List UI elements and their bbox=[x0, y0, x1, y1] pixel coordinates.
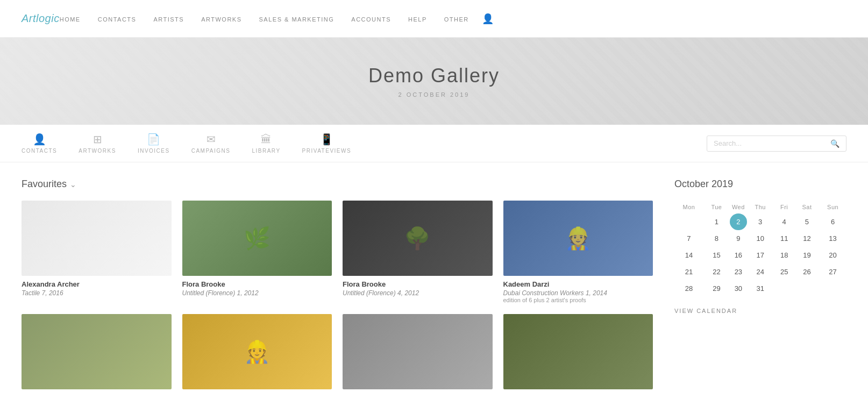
nav-item-other[interactable]: OTHER bbox=[444, 14, 469, 24]
calendar-day[interactable]: 17 bbox=[747, 247, 774, 263]
artwork-image bbox=[503, 314, 653, 389]
nav-link-sales[interactable]: SALES & MARKETING bbox=[259, 16, 335, 23]
contacts-label: CONTACTS bbox=[22, 148, 57, 154]
calendar-day bbox=[774, 280, 795, 297]
view-calendar-link[interactable]: VIEW CALENDAR bbox=[674, 308, 737, 314]
search-icon: 🔍 bbox=[830, 139, 839, 148]
artworks-label: ARTWORKS bbox=[79, 148, 116, 154]
sub-nav-item-invoices[interactable]: 📄 INVOICES bbox=[138, 133, 170, 154]
artwork-grid-2 bbox=[22, 314, 653, 394]
calendar-day[interactable]: 3 bbox=[747, 213, 774, 230]
calendar-day[interactable]: 20 bbox=[819, 247, 846, 263]
calendar-day bbox=[819, 280, 846, 297]
artwork-artist: Alexandra Archer bbox=[22, 280, 172, 288]
calendar-day[interactable]: 27 bbox=[819, 263, 846, 280]
calendar-day[interactable]: 7 bbox=[674, 230, 703, 247]
nav-link-help[interactable]: HELP bbox=[408, 16, 427, 23]
nav-item-contacts[interactable]: CONTACTS bbox=[98, 14, 137, 24]
calendar-day[interactable]: 19 bbox=[795, 247, 819, 263]
artwork-artist: Flora Brooke bbox=[182, 280, 332, 288]
calendar-day bbox=[795, 280, 819, 297]
calendar-day[interactable]: 31 bbox=[747, 280, 774, 297]
artwork-title: Untitled (Florence) 4, 2012 bbox=[343, 289, 493, 297]
calendar-day[interactable]: 28 bbox=[674, 280, 703, 297]
calendar-day[interactable]: 13 bbox=[819, 230, 846, 247]
library-label: LIBRARY bbox=[252, 148, 280, 154]
artwork-card[interactable]: Alexandra Archer Tactile 7, 2016 bbox=[22, 201, 172, 303]
nav-item-artworks[interactable]: ARTWORKS bbox=[201, 14, 241, 24]
calendar-day-header: Thu bbox=[747, 201, 774, 213]
logo[interactable]: Artlogic bbox=[22, 12, 60, 25]
sub-nav-items: 👤 CONTACTS ⊞ ARTWORKS 📄 INVOICES ✉ CAMPA… bbox=[22, 133, 707, 154]
nav-link-other[interactable]: OTHER bbox=[444, 16, 469, 23]
calendar-day[interactable]: 15 bbox=[703, 247, 730, 263]
artwork-title: Tactile 7, 2016 bbox=[22, 289, 172, 297]
calendar-day[interactable]: 8 bbox=[703, 230, 730, 247]
invoices-icon: 📄 bbox=[147, 133, 160, 146]
nav-link-artists[interactable]: ARTISTS bbox=[153, 16, 184, 23]
chevron-down-icon[interactable]: ⌄ bbox=[70, 180, 76, 189]
top-nav: Artlogic HOMECONTACTSARTISTSARTWORKSSALE… bbox=[0, 0, 868, 38]
nav-link-contacts[interactable]: CONTACTS bbox=[98, 16, 137, 23]
search-input[interactable] bbox=[714, 139, 830, 147]
artworks-icon: ⊞ bbox=[93, 133, 102, 146]
campaigns-icon: ✉ bbox=[207, 133, 216, 146]
calendar-day[interactable]: 18 bbox=[774, 247, 795, 263]
calendar-day[interactable]: 12 bbox=[795, 230, 819, 247]
calendar-day[interactable]: 24 bbox=[747, 263, 774, 280]
artwork-card[interactable] bbox=[343, 314, 493, 394]
calendar-day[interactable]: 16 bbox=[730, 247, 747, 263]
campaigns-label: CAMPAIGNS bbox=[191, 148, 231, 154]
favourites-title: Favourites ⌄ bbox=[22, 179, 653, 190]
artwork-image bbox=[343, 201, 493, 276]
nav-item-sales[interactable]: SALES & MARKETING bbox=[259, 14, 335, 24]
calendar-day-header: Tue bbox=[703, 201, 730, 213]
calendar-day[interactable]: 30 bbox=[730, 280, 747, 297]
invoices-label: INVOICES bbox=[138, 148, 170, 154]
calendar-day[interactable]: 2 bbox=[730, 213, 747, 230]
gallery-title: Demo Gallery bbox=[11, 65, 857, 87]
artwork-card[interactable] bbox=[22, 314, 172, 394]
nav-item-home[interactable]: HOME bbox=[60, 14, 81, 24]
sub-nav-item-contacts[interactable]: 👤 CONTACTS bbox=[22, 133, 57, 154]
calendar-day[interactable]: 1 bbox=[703, 213, 730, 230]
artwork-image bbox=[22, 201, 172, 276]
artwork-card[interactable] bbox=[503, 314, 653, 394]
calendar-day[interactable]: 26 bbox=[795, 263, 819, 280]
nav-link-home[interactable]: HOME bbox=[60, 16, 81, 23]
calendar-day[interactable]: 29 bbox=[703, 280, 730, 297]
calendar-day[interactable]: 14 bbox=[674, 247, 703, 263]
artwork-image bbox=[182, 201, 332, 276]
nav-item-accounts[interactable]: ACCOUNTS bbox=[351, 14, 391, 24]
sub-nav-item-artworks[interactable]: ⊞ ARTWORKS bbox=[79, 133, 116, 154]
calendar-day[interactable]: 25 bbox=[774, 263, 795, 280]
calendar-day[interactable]: 21 bbox=[674, 263, 703, 280]
artwork-artist: Kadeem Darzi bbox=[503, 280, 653, 288]
artwork-title: Dubai Construction Workers 1, 2014 bbox=[503, 289, 653, 297]
calendar-day-header: Sat bbox=[795, 201, 819, 213]
calendar-day[interactable]: 6 bbox=[819, 213, 846, 230]
sub-nav-item-campaigns[interactable]: ✉ CAMPAIGNS bbox=[191, 133, 231, 154]
artwork-grid: Alexandra Archer Tactile 7, 2016 Flora B… bbox=[22, 201, 653, 303]
calendar-day[interactable]: 23 bbox=[730, 263, 747, 280]
nav-item-artists[interactable]: ARTISTS bbox=[153, 14, 184, 24]
artwork-card[interactable]: Flora Brooke Untitled (Florence) 1, 2012 bbox=[182, 201, 332, 303]
sub-nav-item-library[interactable]: 🏛 LIBRARY bbox=[252, 133, 280, 154]
search-bar[interactable]: 🔍 bbox=[707, 136, 846, 152]
privateviews-label: PRIVATEVIEWS bbox=[302, 148, 352, 154]
nav-item-help[interactable]: HELP bbox=[408, 14, 427, 24]
calendar-day[interactable]: 22 bbox=[703, 263, 730, 280]
calendar-day[interactable]: 9 bbox=[730, 230, 747, 247]
calendar-day[interactable]: 4 bbox=[774, 213, 795, 230]
calendar-day[interactable]: 5 bbox=[795, 213, 819, 230]
sub-nav-item-privateviews[interactable]: 📱 PRIVATEVIEWS bbox=[302, 133, 352, 154]
artwork-card[interactable] bbox=[182, 314, 332, 394]
user-icon[interactable]: 👤 bbox=[482, 13, 494, 25]
calendar-day[interactable]: 11 bbox=[774, 230, 795, 247]
artwork-card[interactable]: Flora Brooke Untitled (Florence) 4, 2012 bbox=[343, 201, 493, 303]
artwork-card[interactable]: Kadeem Darzi Dubai Construction Workers … bbox=[503, 201, 653, 303]
nav-link-accounts[interactable]: ACCOUNTS bbox=[351, 16, 391, 23]
nav-link-artworks[interactable]: ARTWORKS bbox=[201, 16, 241, 23]
library-icon: 🏛 bbox=[261, 133, 272, 146]
calendar-day[interactable]: 10 bbox=[747, 230, 774, 247]
